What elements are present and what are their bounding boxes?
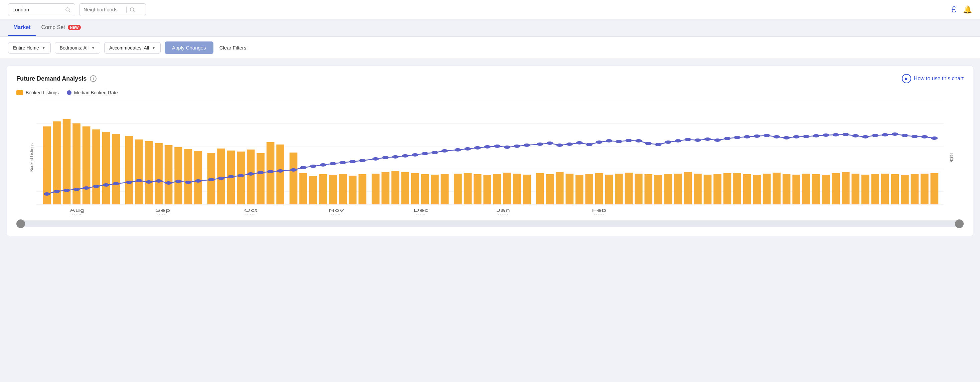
svg-rect-66 [513,174,521,205]
svg-point-128 [237,174,244,177]
svg-point-160 [566,142,573,146]
legend-dot-icon [67,90,72,95]
svg-rect-46 [309,176,317,205]
svg-rect-69 [546,174,554,205]
legend-bar-icon [16,90,23,95]
svg-point-135 [310,165,317,168]
svg-point-186 [822,133,829,137]
svg-point-196 [921,135,928,139]
svg-rect-23 [73,123,81,205]
svg-point-117 [126,181,133,184]
svg-rect-79 [645,174,653,205]
apply-changes-button[interactable]: Apply Changes [165,42,213,54]
svg-rect-41 [256,153,264,205]
svg-point-191 [872,134,878,137]
svg-point-126 [218,177,224,180]
svg-point-159 [557,144,563,147]
svg-rect-26 [102,132,110,205]
svg-rect-54 [391,171,399,205]
tab-comp-set[interactable]: Comp Set NEW [36,20,86,36]
chevron-down-icon-3: ▼ [152,45,156,50]
svg-rect-59 [441,174,449,205]
svg-point-165 [616,140,622,143]
svg-rect-61 [464,173,472,205]
svg-text:'21: '21 [72,213,83,214]
svg-rect-56 [411,173,419,205]
svg-point-132 [277,169,283,173]
tab-market[interactable]: Market [8,20,36,36]
svg-text:'21: '21 [331,213,342,214]
svg-rect-96 [812,174,820,205]
chart-wrapper: Booked Listings Rate 10000 7500 5000 250… [37,101,943,214]
svg-rect-28 [125,136,133,205]
svg-rect-71 [565,174,573,205]
chart-scrollbar-track[interactable] [16,221,964,227]
svg-point-185 [813,134,819,137]
clear-filters-button[interactable]: Clear Filters [218,42,248,54]
svg-point-145 [412,153,418,157]
play-circle-icon: ▶ [902,74,911,83]
svg-point-130 [257,171,264,174]
svg-rect-83 [684,172,692,205]
svg-rect-49 [339,174,347,205]
svg-rect-44 [290,152,298,205]
svg-rect-70 [556,172,564,205]
scrollbar-right-handle[interactable] [955,219,964,228]
svg-rect-64 [493,174,501,205]
svg-text:'21: '21 [157,213,168,214]
chart-card: Future Demand Analysis i ▶ How to use th… [7,66,973,236]
svg-point-109 [44,192,51,196]
info-icon[interactable]: i [90,75,97,82]
city-search-input[interactable] [12,7,59,12]
svg-rect-90 [753,175,761,205]
legend-dot-label: Median Booked Rate [74,90,118,95]
neighborhood-search-icon [129,7,135,13]
svg-point-193 [892,133,899,136]
svg-rect-55 [401,172,409,205]
legend-bar-label: Booked Listings [26,90,59,95]
svg-point-139 [349,160,356,163]
svg-point-157 [537,142,543,146]
svg-point-143 [392,155,399,158]
property-type-filter[interactable]: Entire Home ▼ [8,42,51,54]
currency-icon[interactable]: £ [951,4,956,15]
neighborhood-search-input[interactable] [83,7,124,12]
how-to-link[interactable]: ▶ How to use this chart [902,74,964,83]
svg-rect-100 [851,174,859,205]
search-divider [62,7,62,13]
bell-icon[interactable]: 🔔 [963,5,972,14]
svg-point-151 [474,146,481,150]
bedrooms-filter[interactable]: Bedrooms: All ▼ [55,42,100,54]
svg-rect-87 [724,173,732,205]
svg-rect-37 [217,149,225,205]
svg-point-125 [208,178,215,181]
svg-point-133 [290,168,297,172]
svg-point-192 [882,133,888,136]
svg-rect-24 [83,126,91,205]
svg-rect-72 [576,175,584,205]
scrollbar-left-handle[interactable] [16,219,25,228]
svg-point-116 [113,182,119,185]
svg-text:Oct: Oct [244,208,258,213]
chart-title-group: Future Demand Analysis i [16,75,97,82]
neighborhood-search-box[interactable] [79,3,146,16]
svg-rect-77 [625,173,633,205]
city-search-box[interactable] [8,3,75,16]
search-divider-2 [126,7,127,13]
svg-point-134 [300,166,307,169]
svg-point-168 [645,142,652,145]
accommodates-filter[interactable]: Accommodates: All ▼ [104,42,161,54]
svg-point-163 [596,141,603,144]
svg-text:'22: '22 [593,213,605,214]
svg-point-179 [754,134,760,138]
svg-rect-67 [523,174,531,205]
svg-text:'21: '21 [415,213,426,214]
svg-point-167 [635,139,642,142]
svg-text:Feb: Feb [592,208,606,213]
svg-point-156 [523,144,530,147]
svg-text:Aug: Aug [70,208,85,213]
svg-point-146 [422,152,428,155]
svg-text:Sep: Sep [155,208,170,213]
svg-rect-63 [483,175,492,205]
svg-line-3 [133,11,135,12]
